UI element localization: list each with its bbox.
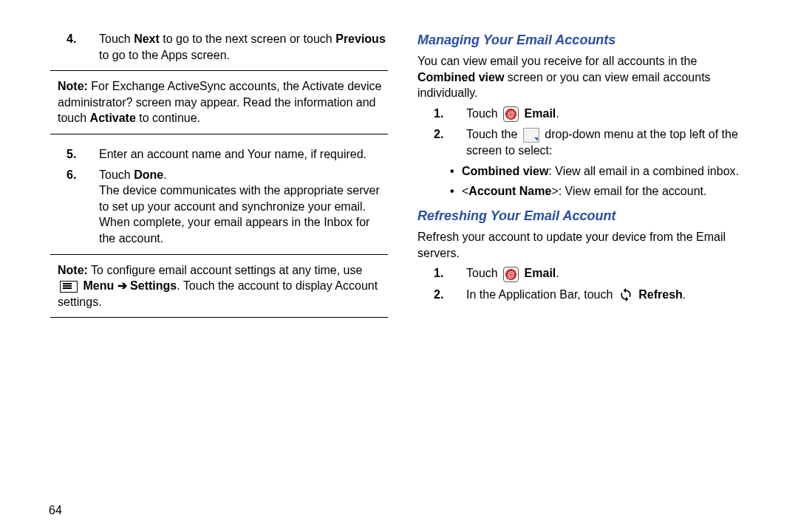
refresh-step-2: 2. In the Application Bar, touch Refresh… xyxy=(417,287,755,303)
managing-step-2: 2. Touch the drop-down menu at the top l… xyxy=(417,126,755,158)
email-icon xyxy=(503,106,519,122)
step-6: 6. Touch Done.The device communicates wi… xyxy=(50,167,388,247)
bullet-combined-view: Combined view: View all email in a combi… xyxy=(450,163,755,180)
note-configure: Note: To configure email account setting… xyxy=(50,254,388,318)
dropdown-icon xyxy=(523,128,539,143)
note-activesync: Note: For Exchange ActiveSync accounts, … xyxy=(50,70,388,134)
menu-icon xyxy=(60,281,78,293)
managing-intro: You can view email you receive for all a… xyxy=(417,53,755,101)
email-icon xyxy=(503,267,519,282)
bullet-account-name: <Account Name>: View email for the accou… xyxy=(450,183,755,200)
step-4: 4. Touch Next to go to the next screen o… xyxy=(50,31,388,63)
refresh-step-1: 1. Touch Email. xyxy=(417,265,755,282)
left-column: 4. Touch Next to go to the next screen o… xyxy=(50,31,388,504)
refresh-icon xyxy=(618,287,633,302)
right-column: Managing Your Email Accounts You can vie… xyxy=(417,31,755,504)
managing-step-1: 1. Touch Email. xyxy=(417,106,755,122)
manual-page: 4. Touch Next to go to the next screen o… xyxy=(0,0,798,532)
heading-refreshing: Refreshing Your Email Account xyxy=(417,207,755,225)
page-number: 64 xyxy=(49,504,755,517)
heading-managing: Managing Your Email Accounts xyxy=(417,31,755,49)
step-5: 5. Enter an account name and Your name, … xyxy=(50,146,388,163)
refreshing-intro: Refresh your account to update your devi… xyxy=(417,229,755,261)
